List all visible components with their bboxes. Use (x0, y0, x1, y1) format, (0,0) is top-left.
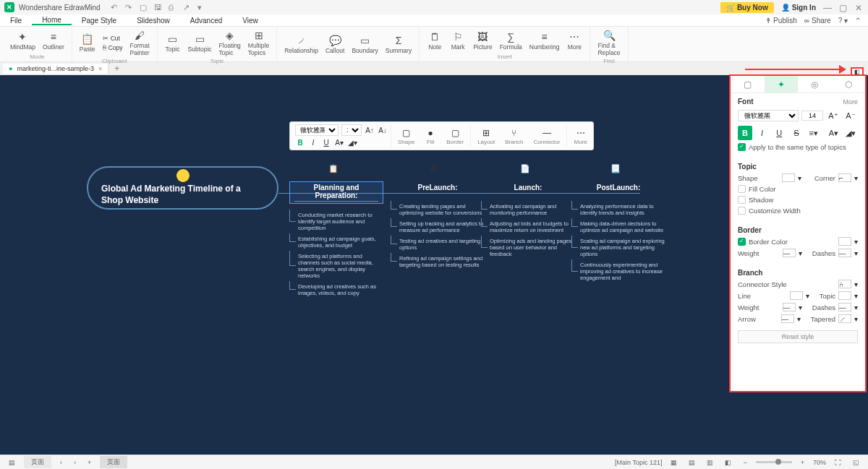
publish-button[interactable]: ↟ Publish (765, 17, 797, 25)
panel-tab-theme[interactable]: ⬡ (832, 76, 866, 92)
mindmap-phase-4[interactable]: 📃 PostLaunch: Analyzing performance data… (571, 164, 665, 283)
panel-tab-tag[interactable]: ◎ (798, 76, 832, 92)
paste-button[interactable]: 📋Paste (77, 32, 98, 54)
picture-button[interactable]: 🖼Picture (470, 30, 495, 52)
connector-icon[interactable]: — (541, 127, 553, 139)
shape-icon[interactable]: ▢ (401, 127, 412, 139)
topic-button[interactable]: ▭Topic (162, 32, 184, 54)
topic-picker[interactable] (838, 291, 851, 300)
numbering-button[interactable]: ≡Numbering (527, 30, 563, 52)
panel-tab-outline[interactable]: ▢ (731, 76, 765, 92)
highlight-button[interactable]: ◢▾ (843, 126, 858, 140)
sb-prev-page[interactable]: ‹ (57, 459, 65, 466)
mindmap-subitem[interactable]: Optimizing ads and landing pages based o… (481, 236, 575, 259)
font-color-button[interactable]: A▾ (334, 137, 344, 147)
font-size-select[interactable]: 14 (341, 124, 362, 136)
help-button[interactable]: ? ▾ (838, 17, 848, 25)
copy-button[interactable]: ⎘ Copy (100, 43, 126, 52)
print-icon[interactable]: ⎙ (169, 3, 177, 12)
save-icon[interactable]: 🖫 (154, 3, 163, 12)
outliner-button[interactable]: ≡Outliner (40, 30, 67, 52)
fillcolor-checkbox[interactable] (738, 185, 746, 193)
apply-same-type-checkbox[interactable] (738, 143, 746, 151)
relationship-button[interactable]: ⟋Relationship (281, 33, 321, 56)
layout-icon[interactable]: ⊞ (480, 127, 492, 139)
sb-view1-icon[interactable]: ▦ (668, 459, 680, 466)
mindmap-phase-1[interactable]: 📋 Planning and Preparation: Conducting m… (289, 164, 383, 298)
maximize-icon[interactable]: ▢ (839, 3, 848, 12)
branch-icon[interactable]: ⑂ (509, 127, 520, 139)
tab-close-icon[interactable]: × (98, 65, 102, 72)
zoom-value[interactable]: 70% (813, 459, 826, 466)
shape-picker[interactable] (782, 173, 795, 182)
weight-picker[interactable]: — (783, 249, 796, 257)
mindmap-button[interactable]: ✦MindMap (7, 30, 38, 52)
bordercolor-checkbox[interactable] (738, 238, 746, 246)
close-icon[interactable]: ✕ (855, 3, 864, 12)
menu-slideshow[interactable]: Slideshow (127, 17, 180, 25)
share-button[interactable]: ∞ Share (804, 17, 831, 25)
italic-button[interactable]: I (308, 137, 318, 147)
reset-style-button[interactable]: Reset style (738, 330, 858, 343)
format-painter-button[interactable]: 🖌Format Painter (127, 28, 153, 58)
panel-toggle-button[interactable]: ◧ (851, 67, 864, 76)
bold-button[interactable]: B (295, 137, 305, 147)
tapered-picker[interactable]: ⟋ (838, 314, 851, 323)
bold-button[interactable]: B (738, 126, 752, 140)
font-family-select[interactable]: 微软雅黑 (295, 124, 339, 136)
highlight-button[interactable]: ◢▾ (347, 137, 357, 147)
sb-view3-icon[interactable]: ▥ (704, 459, 716, 466)
mark-button[interactable]: ⚐Mark (447, 30, 469, 52)
sb-next-page[interactable]: › (71, 459, 79, 466)
float-more-icon[interactable]: ⋯ (575, 127, 587, 139)
document-tab[interactable]: ●marketing-ti...ine-sample-3× (3, 64, 109, 74)
panel-font-family[interactable]: 微软雅黑 (738, 110, 799, 121)
fit-page-icon[interactable]: ◱ (850, 459, 862, 466)
note-button[interactable]: 🗒Note (424, 30, 446, 52)
new-tab-button[interactable]: + (109, 64, 125, 74)
mindmap-phase-3[interactable]: 📄 Launch: Activating ad campaign and mon… (481, 164, 575, 259)
mindmap-phase-2[interactable]: 🏛 PreLaunch: Creating landing pages and … (391, 164, 485, 270)
mindmap-subitem[interactable]: Adjusting ad bids and budgets to maximiz… (481, 218, 575, 236)
zoom-slider[interactable] (756, 461, 792, 463)
corner-picker[interactable]: ⌐ (838, 173, 851, 182)
minimize-icon[interactable]: — (823, 3, 832, 12)
mindmap-subitem[interactable]: Activating ad campaign and monitoring pe… (481, 201, 575, 218)
line-picker[interactable] (790, 291, 803, 300)
cut-button[interactable]: ✂ Cut (100, 34, 126, 43)
font-grow-icon[interactable]: A↑ (365, 125, 375, 135)
subtopic-button[interactable]: ▭Subtopic (185, 32, 215, 54)
dashes-picker[interactable]: — (838, 249, 851, 257)
underline-button[interactable]: U (321, 137, 331, 147)
bweight-picker[interactable]: — (783, 303, 796, 311)
callout-button[interactable]: 💬Callout (323, 33, 347, 56)
new-icon[interactable]: ▢ (140, 3, 148, 12)
zoom-out-button[interactable]: − (740, 459, 749, 466)
mindmap-subitem[interactable]: Making data-driven decisions to optimize… (571, 218, 665, 236)
qat-more-icon[interactable]: ▾ (197, 3, 206, 12)
fill-icon[interactable]: ● (425, 127, 436, 139)
panel-tab-style[interactable]: ✦ (765, 76, 799, 92)
fit-width-icon[interactable]: ⛶ (832, 459, 844, 466)
underline-button[interactable]: U (772, 126, 786, 140)
mindmap-subitem[interactable]: Scaling ad campaign and exploring new ad… (571, 236, 665, 259)
align-button[interactable]: ≡▾ (807, 126, 821, 140)
font-color-button[interactable]: A▾ (827, 126, 841, 140)
font-more-button[interactable]: More (843, 98, 858, 106)
mindmap-subitem[interactable]: Continuously experimenting and improving… (571, 259, 665, 283)
mindmap-subitem[interactable]: Analyzing performance data to identify t… (571, 201, 665, 218)
find-replace-button[interactable]: 🔍Find & Replace (595, 28, 623, 58)
redo-icon[interactable]: ↷ (125, 3, 134, 12)
signin-button[interactable]: 👤Sign In (781, 4, 816, 12)
mindmap-subitem[interactable]: Setting up tracking and analytics to mea… (391, 218, 485, 236)
export-icon[interactable]: ↗ (183, 3, 192, 12)
bdashes-picker[interactable]: — (838, 303, 851, 311)
sb-page-name[interactable]: 页面 (100, 456, 127, 468)
menu-advanced[interactable]: Advanced (180, 17, 232, 25)
menu-view[interactable]: View (232, 17, 268, 25)
menu-file[interactable]: File (0, 17, 32, 25)
font-grow-icon[interactable]: A⁺ (826, 108, 841, 123)
boundary-button[interactable]: ▭Boundary (349, 33, 380, 56)
menu-page-style[interactable]: Page Style (72, 17, 127, 25)
mindmap-subitem[interactable]: Testing ad creatives and targeting optio… (391, 236, 485, 253)
